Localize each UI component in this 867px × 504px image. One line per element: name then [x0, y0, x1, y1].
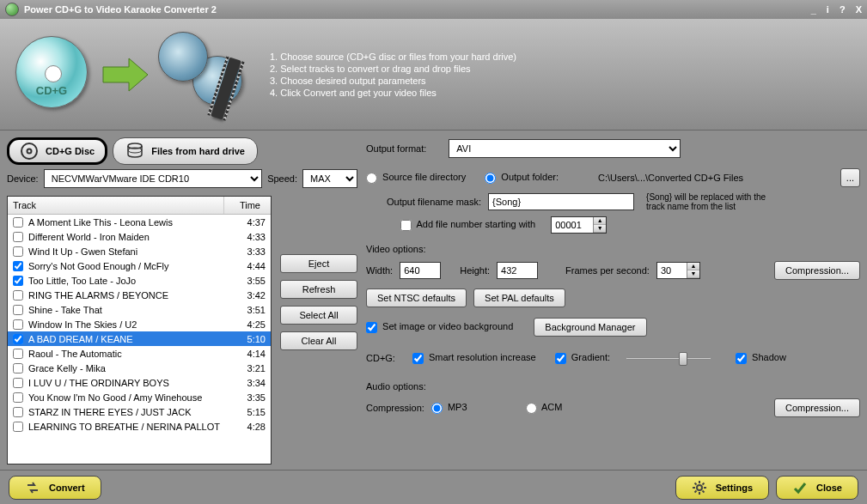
- track-name: STARZ IN THERE EYES / JUST JACK: [28, 407, 224, 417]
- files-from-drive-button[interactable]: Files from hard drive: [113, 137, 258, 165]
- target-video-graphic: [158, 32, 244, 118]
- table-row[interactable]: A Moment Like This - Leona Lewis4:37: [8, 215, 271, 229]
- width-input[interactable]: [400, 262, 441, 279]
- table-row[interactable]: Grace Kelly - Mika3:21: [8, 361, 271, 375]
- pal-defaults-button[interactable]: Set PAL defaults: [473, 288, 565, 307]
- height-label: Height:: [460, 265, 490, 276]
- track-checkbox[interactable]: [13, 276, 23, 286]
- fps-spinner-buttons[interactable]: ▲▼: [687, 263, 699, 278]
- track-name: LEARNING TO BREATHE / NERINA PALLOT: [28, 422, 224, 432]
- output-format-select[interactable]: AVI: [449, 139, 681, 158]
- table-row[interactable]: Sorry's Not Good Enough / McFly4:44: [8, 258, 271, 273]
- track-checkbox[interactable]: [13, 319, 23, 330]
- cdg-disc-button[interactable]: CD+G Disc: [7, 137, 107, 165]
- track-checkbox[interactable]: [13, 305, 23, 315]
- convert-label: Convert: [49, 483, 85, 493]
- file-number-spinner[interactable]: ▲▼: [551, 216, 607, 234]
- table-row[interactable]: I LUV U / THE ORDINARY BOYS3:34: [8, 375, 271, 390]
- file-number-input[interactable]: [552, 217, 593, 233]
- fps-spinner[interactable]: ▲▼: [656, 262, 700, 279]
- track-list-header: Track Time: [8, 197, 271, 215]
- source-dir-radio[interactable]: Source file directory: [366, 172, 466, 184]
- acm-radio[interactable]: ACM: [526, 402, 563, 414]
- track-time: 4:44: [224, 261, 266, 271]
- track-checkbox[interactable]: [13, 261, 23, 271]
- browse-button[interactable]: ...: [840, 168, 860, 187]
- set-background-checkbox[interactable]: Set image or video background: [366, 321, 513, 333]
- settings-button[interactable]: Settings: [675, 476, 769, 500]
- track-name: Shine - Take That: [28, 305, 224, 315]
- track-time: 3:34: [224, 378, 266, 388]
- settings-label: Settings: [716, 483, 753, 493]
- track-checkbox[interactable]: [13, 290, 23, 301]
- track-checkbox[interactable]: [13, 334, 23, 344]
- track-name: Different World - Iron Maiden: [28, 232, 224, 242]
- speed-select[interactable]: MAX: [302, 169, 357, 188]
- device-select[interactable]: NECVMWarVMware IDE CDR10: [44, 169, 262, 188]
- output-folder-radio[interactable]: Output folder:: [485, 172, 559, 184]
- table-row[interactable]: RING THE ALARMS / BEYONCE3:42: [8, 288, 271, 302]
- track-checkbox[interactable]: [13, 217, 23, 228]
- ntsc-defaults-button[interactable]: Set NTSC defaults: [366, 288, 467, 307]
- refresh-button[interactable]: Refresh: [280, 280, 357, 299]
- shadow-checkbox[interactable]: Shadow: [736, 352, 786, 364]
- clear-all-button[interactable]: Clear All: [280, 331, 357, 350]
- table-row[interactable]: LEARNING TO BREATHE / NERINA PALLOT4:28: [8, 419, 271, 434]
- gradient-slider[interactable]: [626, 350, 711, 366]
- convert-button[interactable]: Convert: [9, 476, 101, 500]
- add-number-checkbox[interactable]: Add file number starting with: [400, 219, 535, 231]
- table-row[interactable]: Wind It Up - Gwen Stefani3:33: [8, 244, 271, 258]
- table-row[interactable]: Shine - Take That3:51: [8, 302, 271, 317]
- track-checkbox[interactable]: [13, 407, 23, 417]
- track-checkbox[interactable]: [13, 246, 23, 257]
- minimize-button[interactable]: _: [811, 4, 816, 15]
- table-row[interactable]: You Know I'm No Good / Amy Winehouse3:35: [8, 390, 271, 404]
- select-all-button[interactable]: Select All: [280, 306, 357, 325]
- track-checkbox[interactable]: [13, 232, 23, 242]
- audio-compression-button[interactable]: Compression...: [774, 398, 860, 417]
- table-row[interactable]: Too Little, Too Late - JoJo3:55: [8, 273, 271, 288]
- close-button[interactable]: Close: [776, 476, 858, 500]
- close-window-button[interactable]: X: [856, 4, 862, 15]
- app-title: Power CD+G to Video Karaoke Converter 2: [24, 4, 217, 15]
- track-checkbox[interactable]: [13, 378, 23, 388]
- background-manager-button[interactable]: Background Manager: [534, 318, 646, 337]
- video-compression-button[interactable]: Compression...: [774, 261, 860, 280]
- track-list[interactable]: Track Time A Moment Like This - Leona Le…: [7, 196, 272, 465]
- height-input[interactable]: [497, 262, 538, 279]
- table-row[interactable]: A BAD DREAM / KEANE5:10: [8, 331, 271, 346]
- drive-icon: [125, 142, 144, 161]
- track-time: 3:51: [224, 305, 266, 315]
- fps-input[interactable]: [657, 263, 687, 278]
- track-name: A BAD DREAM / KEANE: [28, 334, 224, 344]
- instruction-1: 1. Choose source (CD+G disc or files fro…: [270, 52, 516, 62]
- table-row[interactable]: Window In The Skies / U24:25: [8, 317, 271, 331]
- eject-button[interactable]: Eject: [280, 254, 357, 273]
- gradient-checkbox[interactable]: Gradient:: [555, 352, 610, 364]
- col-track[interactable]: Track: [8, 197, 224, 214]
- track-checkbox[interactable]: [13, 349, 23, 359]
- track-checkbox[interactable]: [13, 363, 23, 373]
- track-checkbox[interactable]: [13, 422, 23, 432]
- table-row[interactable]: Raoul - The Automatic4:14: [8, 346, 271, 361]
- track-name: Too Little, Too Late - JoJo: [28, 276, 224, 286]
- col-time[interactable]: Time: [224, 197, 271, 214]
- smart-resolution-checkbox[interactable]: Smart resolution increase: [412, 352, 536, 364]
- info-button[interactable]: i: [827, 4, 829, 15]
- help-button[interactable]: ?: [840, 4, 846, 15]
- spinner-buttons[interactable]: ▲▼: [593, 217, 606, 233]
- mask-label: Output filename mask:: [387, 197, 481, 207]
- instructions: 1. Choose source (CD+G disc or files fro…: [270, 50, 516, 100]
- track-checkbox[interactable]: [13, 392, 23, 403]
- track-time: 4:14: [224, 349, 266, 359]
- filename-mask-input[interactable]: [488, 193, 634, 210]
- mp3-radio[interactable]: MP3: [431, 402, 467, 414]
- track-name: You Know I'm No Good / Amy Winehouse: [28, 392, 224, 403]
- close-label: Close: [816, 483, 842, 493]
- add-number-label: Add file number starting with: [416, 219, 535, 229]
- track-name: Wind It Up - Gwen Stefani: [28, 246, 224, 257]
- table-row[interactable]: Different World - Iron Maiden4:33: [8, 229, 271, 244]
- table-row[interactable]: STARZ IN THERE EYES / JUST JACK5:15: [8, 404, 271, 419]
- speed-label: Speed:: [267, 173, 297, 184]
- instruction-2: 2. Select tracks to convert or drag and …: [270, 64, 516, 74]
